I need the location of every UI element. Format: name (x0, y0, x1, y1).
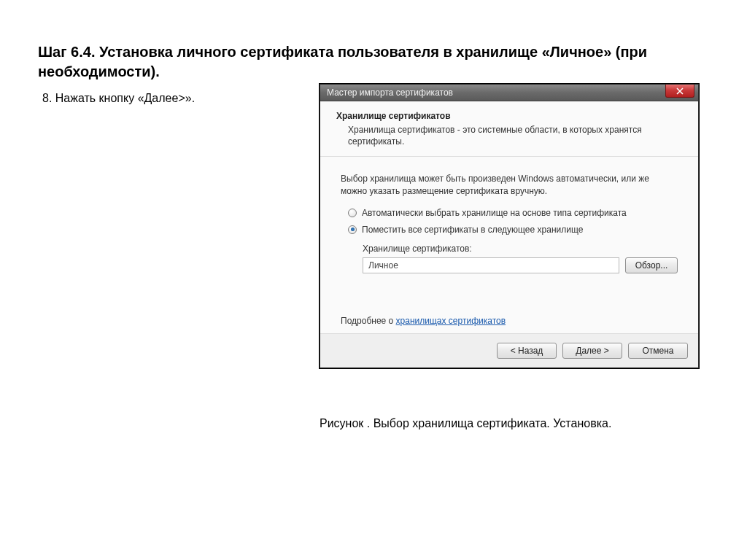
radio-auto[interactable]: Автоматически выбрать хранилище на основ… (348, 208, 678, 218)
back-button[interactable]: < Назад (497, 343, 557, 359)
store-input[interactable]: Личное (363, 257, 619, 273)
instruction-text: 8. Нажать кнопку «Далее>». (42, 92, 195, 105)
radio-icon (348, 225, 357, 234)
body-intro: Выбор хранилища может быть произведен Wi… (341, 173, 678, 198)
more-info: Подробнее о хранилищах сертификатов (341, 316, 678, 326)
radio-manual-label: Поместить все сертификаты в следующее хр… (362, 225, 583, 235)
close-icon (676, 88, 684, 95)
dialog-footer: < Назад Далее > Отмена (320, 333, 698, 368)
next-button[interactable]: Далее > (562, 343, 622, 359)
radio-icon (348, 209, 357, 217)
radio-auto-label: Автоматически выбрать хранилище на основ… (362, 208, 627, 218)
close-button[interactable] (665, 85, 694, 98)
store-label: Хранилище сертификатов: (363, 244, 678, 254)
window-title: Мастер импорта сертификатов (327, 88, 453, 98)
radio-group: Автоматически выбрать хранилище на основ… (348, 208, 678, 235)
store-block: Хранилище сертификатов: Личное Обзор... (363, 244, 678, 273)
browse-button[interactable]: Обзор... (625, 257, 678, 273)
dialog-content: Хранилище сертификатов Хранилища сертифи… (320, 101, 698, 368)
dialog-header: Хранилище сертификатов Хранилища сертифи… (320, 101, 698, 157)
window-controls (665, 85, 698, 101)
certificate-wizard-dialog: Мастер импорта сертификатов Хранилище се… (320, 84, 699, 368)
cancel-button[interactable]: Отмена (628, 343, 688, 359)
radio-manual[interactable]: Поместить все сертификаты в следующее хр… (348, 225, 678, 235)
section-title: Хранилище сертификатов (336, 111, 682, 121)
store-row: Личное Обзор... (363, 257, 678, 273)
figure-caption: Рисунок . Выбор хранилища сертификата. У… (320, 417, 611, 430)
more-info-prefix: Подробнее о (341, 316, 396, 326)
titlebar[interactable]: Мастер импорта сертификатов (320, 85, 698, 101)
page-heading: Шаг 6.4. Установка личного сертификата п… (38, 42, 709, 82)
more-info-link[interactable]: хранилищах сертификатов (396, 316, 506, 326)
dialog-body: Выбор хранилища может быть произведен Wi… (320, 157, 698, 333)
section-desc: Хранилища сертификатов - это системные о… (348, 124, 682, 147)
